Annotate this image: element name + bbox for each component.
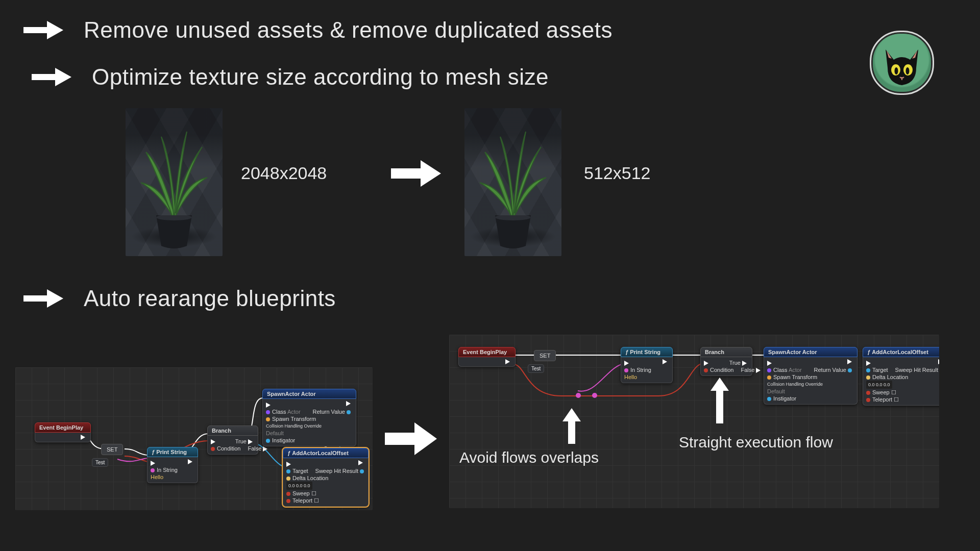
bp-node-event: Event BeginPlay [35, 422, 91, 442]
bp-node-print: ƒ Print String In String Hello [147, 447, 198, 483]
annotation [709, 378, 730, 423]
bullet-text: Optimize texture size according to mesh … [92, 64, 549, 90]
bullet-text: Remove unused assets & remove duplicated… [84, 17, 612, 43]
node-title: Event BeginPlay [35, 422, 91, 433]
arrow-icon [388, 157, 444, 190]
arrow-icon [20, 18, 65, 42]
bp-node-branch: Branch True ConditionFalse [207, 425, 258, 455]
plant-icon [131, 121, 217, 229]
bp-node-set: SET [101, 444, 123, 455]
bullet-row: Auto rearange blueprints [20, 286, 336, 311]
pot-icon [154, 215, 194, 249]
texture-size-label: 512x512 [584, 163, 650, 183]
bp-node-offset: ƒ AddActorLocalOffset TargetSweep Hit Re… [283, 448, 369, 507]
bp-node-set: SET [534, 350, 556, 361]
bp-node-branch: Branch True ConditionFalse [700, 347, 752, 376]
bp-node-spawn: SpawnActor Actor Class ActorReturn Value… [764, 347, 857, 405]
svg-point-2 [895, 67, 898, 74]
annotation-label: Straight execution flow [679, 434, 833, 451]
arrow-up-icon [561, 408, 582, 444]
texture-size-label: 2048x2048 [241, 163, 327, 183]
blueprint-after: Event BeginPlay SET Test ƒ Print String … [449, 335, 939, 508]
plant-icon [470, 121, 556, 229]
texture-thumb-small [464, 108, 561, 256]
texture-thumb-large [126, 108, 223, 256]
bp-node-offset: ƒ AddActorLocalOffset TargetSweep Hit Re… [863, 347, 939, 406]
pot-icon [493, 215, 533, 249]
arrow-up-icon [709, 378, 730, 423]
reroute-pin [576, 393, 581, 398]
bullet-row: Remove unused assets & remove duplicated… [20, 17, 612, 43]
bp-pin-label: Test [528, 364, 544, 373]
bp-pin-label: Test [92, 458, 108, 467]
reroute-pin [592, 393, 597, 398]
annotation-label: Avoid flows overlaps [459, 449, 599, 466]
svg-point-3 [906, 67, 910, 74]
cat-logo [870, 31, 934, 95]
annotation [561, 408, 582, 444]
bp-node-event: Event BeginPlay [458, 347, 516, 367]
bullet-text: Auto rearange blueprints [84, 286, 336, 311]
blueprint-before: Event BeginPlay SET Test ƒ Print String … [15, 367, 373, 510]
arrow-icon [20, 286, 65, 311]
bp-node-print: ƒ Print String In String Hello [621, 347, 673, 383]
cat-icon [871, 32, 933, 93]
bp-node-spawn: SpawnActor Actor Class ActorReturn Value… [262, 389, 356, 446]
arrow-icon [29, 65, 74, 89]
bullet-row: Optimize texture size according to mesh … [29, 64, 549, 90]
arrow-icon [383, 418, 439, 459]
